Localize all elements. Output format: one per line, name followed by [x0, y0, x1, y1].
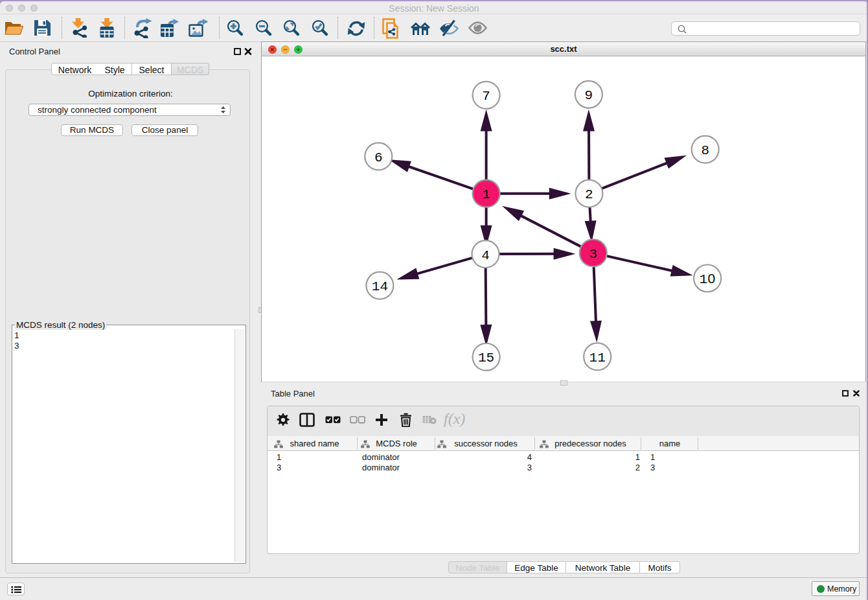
svg-text:1: 1	[700, 272, 708, 287]
svg-text:4: 4	[481, 248, 490, 263]
svg-text:6: 6	[374, 150, 383, 165]
svg-text:9: 9	[585, 88, 593, 103]
svg-text:3: 3	[589, 247, 597, 262]
svg-text:11: 11	[589, 351, 606, 365]
svg-text:15: 15	[478, 351, 494, 365]
svg-text:8: 8	[701, 143, 709, 158]
svg-text:0: 0	[708, 271, 716, 286]
svg-text:2: 2	[585, 187, 593, 202]
svg-text:14: 14	[372, 279, 388, 294]
svg-text:1: 1	[482, 187, 490, 202]
svg-text:7: 7	[482, 89, 490, 104]
